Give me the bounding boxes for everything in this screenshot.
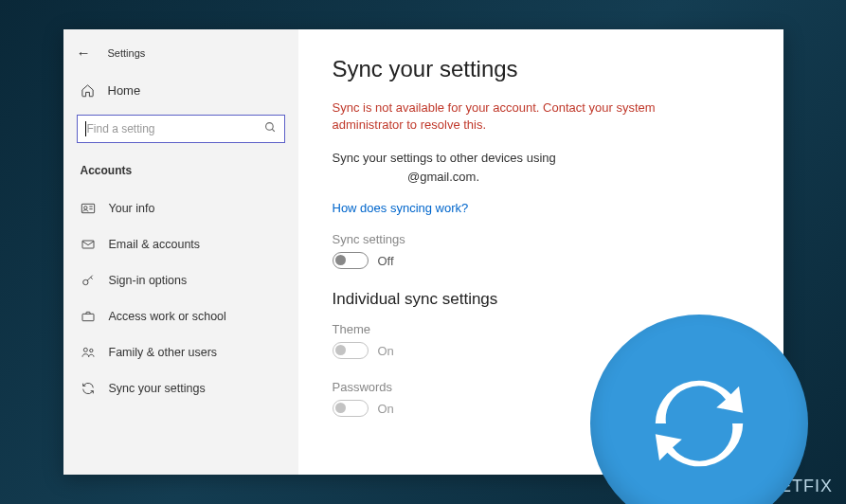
theme-toggle [333, 342, 369, 359]
sync-desc-line2: @gmail.com. [407, 170, 479, 184]
how-syncing-works-link[interactable]: How does syncing work? [333, 201, 469, 215]
passwords-toggle [333, 400, 369, 417]
sidebar-item-your-info[interactable]: Your info [63, 190, 298, 226]
individual-sync-header: Individual sync settings [333, 290, 749, 309]
sidebar-item-signin[interactable]: Sign-in options [63, 262, 298, 298]
sync-large-icon [633, 357, 765, 490]
theme-state: On [378, 344, 394, 358]
home-label: Home [108, 83, 141, 98]
search-box[interactable] [77, 115, 285, 143]
sidebar-item-sync[interactable]: Sync your settings [63, 370, 298, 406]
people-icon [81, 345, 96, 360]
passwords-state: On [378, 402, 394, 416]
svg-point-3 [83, 207, 86, 209]
svg-point-10 [89, 349, 92, 351]
sidebar-item-label: Sign-in options [109, 274, 188, 287]
sync-settings-toggle-row: Off [333, 252, 749, 269]
sidebar-item-label: Your info [109, 202, 155, 215]
text-cursor [85, 121, 86, 136]
sidebar-item-work[interactable]: Access work or school [63, 298, 298, 334]
sync-desc-line1: Sync your settings to other devices usin… [333, 151, 556, 165]
svg-rect-8 [82, 314, 94, 320]
svg-point-9 [83, 348, 87, 351]
sidebar-item-label: Family & other users [109, 346, 218, 359]
person-card-icon [81, 201, 96, 216]
briefcase-icon [81, 309, 96, 324]
sync-settings-toggle[interactable] [333, 252, 369, 269]
nav-list: Your info Email & accounts Sign-in optio… [63, 190, 298, 406]
envelope-icon [81, 237, 96, 252]
sidebar-item-label: Access work or school [109, 310, 226, 323]
svg-line-1 [272, 129, 275, 132]
sync-icon [81, 381, 96, 396]
search-icon [264, 121, 277, 136]
sidebar: ← Settings Home Accounts Your info [63, 29, 298, 475]
sync-settings-state: Off [378, 254, 394, 268]
sidebar-item-family[interactable]: Family & other users [63, 334, 298, 370]
key-icon [81, 273, 96, 288]
sync-settings-label: Sync settings [333, 232, 749, 246]
svg-rect-6 [82, 241, 94, 248]
sidebar-item-label: Email & accounts [109, 238, 201, 251]
back-button[interactable]: ← [77, 45, 91, 61]
header-row: ← Settings [63, 41, 298, 74]
sidebar-item-email[interactable]: Email & accounts [63, 226, 298, 262]
window-title: Settings [108, 47, 146, 59]
error-message: Sync is not available for your account. … [333, 99, 674, 134]
svg-point-0 [265, 123, 273, 131]
page-title: Sync your settings [333, 56, 749, 82]
home-icon [81, 83, 95, 98]
sync-description: Sync your settings to other devices usin… [333, 149, 749, 186]
search-input[interactable] [87, 122, 264, 135]
svg-point-7 [82, 279, 87, 284]
section-header: Accounts [63, 156, 298, 190]
home-nav[interactable]: Home [63, 74, 298, 107]
sidebar-item-label: Sync your settings [109, 382, 206, 395]
